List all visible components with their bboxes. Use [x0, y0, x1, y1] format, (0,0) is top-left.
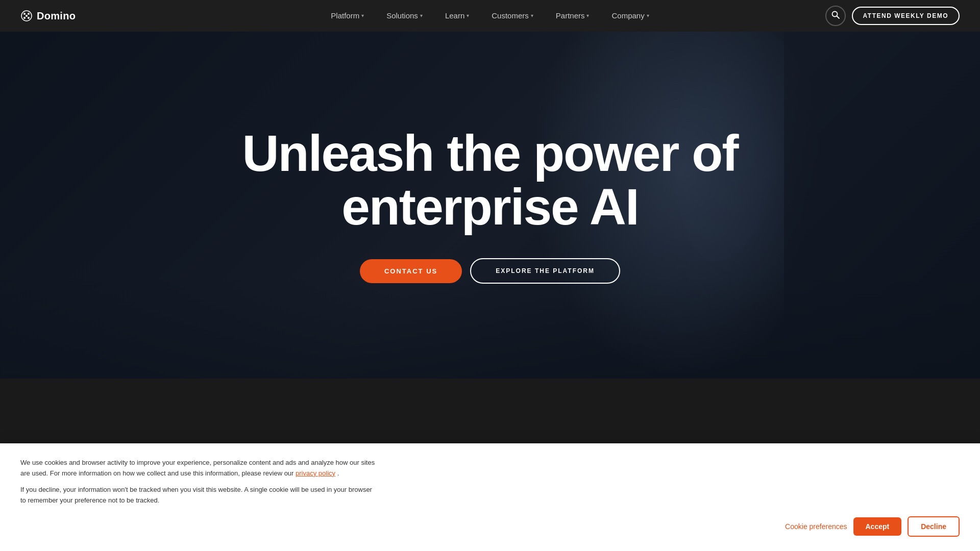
svg-point-4 [28, 17, 30, 19]
search-button[interactable] [825, 6, 846, 26]
hero-content: Unleash the power of enterprise AI CONTA… [0, 32, 980, 379]
demo-button[interactable]: ATTEND WEEKLY DEMO [852, 7, 960, 25]
nav-item-partners[interactable]: Partners ▾ [545, 0, 601, 32]
nav-learn-label: Learn [445, 0, 464, 32]
cookie-decline-button[interactable]: Decline [908, 516, 960, 537]
navbar-actions: ATTEND WEEKLY DEMO [825, 6, 960, 26]
contact-us-button[interactable]: CONTACT US [360, 259, 462, 283]
nav-solutions-arrow: ▾ [420, 0, 423, 32]
brand: Domino [20, 10, 76, 22]
svg-point-3 [23, 17, 26, 19]
privacy-policy-link[interactable]: privacy policy [296, 469, 335, 477]
nav-partners-arrow: ▾ [586, 0, 589, 32]
nav-partners-label: Partners [556, 0, 585, 32]
nav-item-customers[interactable]: Customers ▾ [480, 0, 545, 32]
search-icon [831, 11, 840, 21]
navbar: Domino Platform ▾ Solutions ▾ Learn ▾ Cu… [0, 0, 980, 32]
svg-point-1 [23, 13, 26, 15]
nav-menu: Platform ▾ Solutions ▾ Learn ▾ Customers… [320, 0, 660, 32]
nav-solutions-label: Solutions [386, 0, 418, 32]
hero-title: Unleash the power of enterprise AI [242, 127, 738, 234]
cookie-banner: We use cookies and browser activity to i… [0, 443, 980, 551]
nav-customers-label: Customers [492, 0, 529, 32]
hero-section: Unleash the power of enterprise AI CONTA… [0, 32, 980, 379]
svg-line-7 [837, 16, 839, 19]
nav-item-company[interactable]: Company ▾ [600, 0, 660, 32]
nav-item-solutions[interactable]: Solutions ▾ [375, 0, 434, 32]
svg-point-5 [26, 15, 28, 17]
nav-platform-label: Platform [331, 0, 359, 32]
nav-item-learn[interactable]: Learn ▾ [434, 0, 480, 32]
domino-logo-icon [20, 10, 33, 22]
brand-name: Domino [37, 10, 76, 22]
hero-title-line1: Unleash the power of [242, 124, 738, 182]
cookie-text-primary: We use cookies and browser activity to i… [20, 458, 378, 479]
nav-company-label: Company [611, 0, 644, 32]
nav-learn-arrow: ▾ [467, 0, 469, 32]
hero-cta-group: CONTACT US EXPLORE THE PLATFORM [360, 258, 620, 284]
cookie-accept-button[interactable]: Accept [853, 517, 902, 536]
cookie-text-secondary: If you decline, your information won't b… [20, 485, 378, 506]
nav-customers-arrow: ▾ [531, 0, 533, 32]
cookie-action-group: Cookie preferences Accept Decline [20, 516, 960, 537]
cookie-preferences-button[interactable]: Cookie preferences [785, 522, 847, 531]
nav-item-platform[interactable]: Platform ▾ [320, 0, 375, 32]
hero-title-line2: enterprise AI [341, 178, 639, 235]
nav-platform-arrow: ▾ [361, 0, 364, 32]
svg-point-2 [28, 13, 30, 15]
explore-platform-button[interactable]: EXPLORE THE PLATFORM [470, 258, 620, 284]
nav-company-arrow: ▾ [647, 0, 649, 32]
